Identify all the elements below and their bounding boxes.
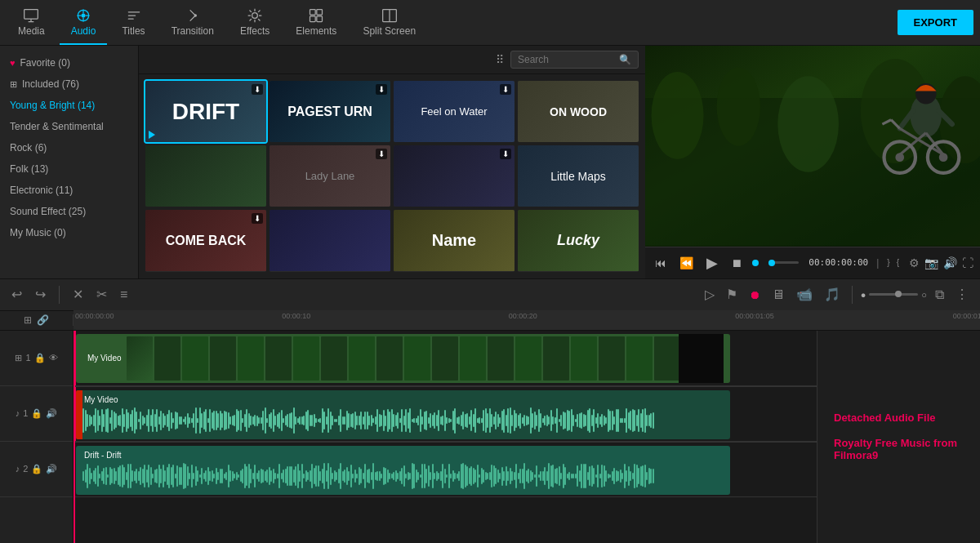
wave-bar xyxy=(617,471,619,481)
music-icon: ♪ xyxy=(16,408,20,418)
nav-audio[interactable]: Audio xyxy=(60,0,108,45)
audio-card-6[interactable]: Lady Lane ⬇ Lady Lane - The Pink E... xyxy=(270,145,390,207)
wave-bar xyxy=(95,468,96,484)
video-clip-main[interactable]: My Video xyxy=(76,334,730,383)
record-button[interactable]: ⏺ xyxy=(746,285,764,305)
wave-bar xyxy=(434,473,435,479)
volume-icon[interactable]: 🔊 xyxy=(943,256,957,269)
sidebar-electronic[interactable]: Electronic (11) xyxy=(0,180,138,201)
nav-media[interactable]: Media xyxy=(7,0,56,45)
wave-bar xyxy=(536,415,537,426)
nav-transition[interactable]: Transition xyxy=(160,0,225,45)
wave-bar xyxy=(323,412,325,429)
audio-card-2[interactable]: PAGEST URN ⬇ Drift - Pages Turn xyxy=(270,81,390,142)
audio-card-1[interactable]: DRIFT ⬇ Drift - Drift xyxy=(145,81,266,142)
timeline-content: ⊞ 1 🔒 👁 ♪ 1 🔒 🔊 ♪ 2 🔒 🔊 xyxy=(0,331,980,544)
fullscreen-icon[interactable]: ⛶ xyxy=(962,256,973,269)
sidebar-mymusic[interactable]: My Music (0) xyxy=(0,222,138,243)
nav-splitscreen[interactable]: Split Screen xyxy=(351,0,427,45)
undo-button[interactable]: ↩ xyxy=(8,283,25,305)
audio-card-12[interactable]: Lucky Lucky xyxy=(518,210,639,271)
audio-card-9[interactable]: COME BACK ⬇ Come Back xyxy=(145,210,266,271)
camera-icon[interactable]: 📷 xyxy=(924,256,938,269)
wave-bar xyxy=(515,413,517,429)
motion-button[interactable]: ▷ xyxy=(702,283,718,305)
wave-bar xyxy=(352,474,354,478)
wave-bar xyxy=(466,466,468,486)
wave-bar xyxy=(425,469,427,483)
wave-bar xyxy=(511,471,513,481)
wave-bar xyxy=(409,473,411,478)
step-back-button[interactable]: ⏪ xyxy=(676,255,697,271)
audio-card-8[interactable]: Little Maps Little Maps - Eddie xyxy=(518,145,639,207)
skip-back-button[interactable]: ⏮ xyxy=(652,255,670,271)
main-area: ♥ Favorite (0) ⊞ Included (76) Young & B… xyxy=(0,46,980,278)
play-button[interactable]: ▶ xyxy=(703,252,721,274)
lock-icon-a2[interactable]: 🔒 xyxy=(31,464,42,474)
add-track-button[interactable]: ⊞ xyxy=(24,314,32,326)
more-button[interactable]: ⋮ xyxy=(952,283,972,305)
top-nav: Media Audio Titles Transition Effects El… xyxy=(0,0,980,46)
wave-bar xyxy=(140,412,141,429)
wave-bar xyxy=(323,463,325,488)
lock-icon[interactable]: 🔒 xyxy=(34,353,46,363)
layout-toggle[interactable]: ⠿ xyxy=(496,53,504,66)
wave-bar xyxy=(193,473,194,479)
audio-card-10[interactable] xyxy=(270,210,390,271)
adjust-button[interactable]: ≡ xyxy=(117,284,131,305)
wave-bar xyxy=(336,472,337,481)
nav-titles[interactable]: Titles xyxy=(110,0,156,45)
sidebar-young-bright[interactable]: Young & Bright (14) xyxy=(0,95,138,116)
audio-clip-drift[interactable]: Drift - Drift xyxy=(76,446,730,495)
wave-bar xyxy=(327,463,329,488)
wave-bar xyxy=(319,471,321,482)
wave-bar xyxy=(364,412,366,429)
sidebar-folk[interactable]: Folk (13) xyxy=(0,158,138,180)
link-button[interactable]: 🔗 xyxy=(37,314,49,326)
camera-capture-button[interactable]: 📹 xyxy=(793,283,816,305)
settings-icon[interactable]: ⚙ xyxy=(909,256,920,269)
export-button[interactable]: EXPORT xyxy=(898,10,973,35)
stop-button[interactable]: ⏹ xyxy=(728,255,746,271)
volume-icon-a2[interactable]: 🔊 xyxy=(46,464,57,474)
wave-bar xyxy=(327,408,329,434)
content-panel: ⠿ 🔍 DRIFT ⬇ Drift - Drift PAGEST URN ⬇ D… xyxy=(139,46,645,278)
wave-bar xyxy=(221,469,223,483)
audio-clip-myvideo[interactable]: My Video xyxy=(76,390,730,439)
wave-bar xyxy=(621,418,623,424)
svg-point-28 xyxy=(939,153,948,162)
nav-effects[interactable]: Effects xyxy=(229,0,281,45)
eye-icon[interactable]: 👁 xyxy=(49,353,58,363)
wave-bar xyxy=(548,463,550,489)
svg-point-13 xyxy=(652,72,704,159)
nav-elements[interactable]: Elements xyxy=(284,0,348,45)
sidebar-included[interactable]: ⊞ Included (76) xyxy=(0,73,138,95)
audio-card-11[interactable]: Name Name xyxy=(394,210,514,271)
layout-button[interactable]: ⧉ xyxy=(932,284,947,305)
lock-icon-a1[interactable]: 🔒 xyxy=(31,408,42,419)
audio-button[interactable]: 🎵 xyxy=(821,283,844,305)
delete-button[interactable]: ✕ xyxy=(69,283,87,305)
audio-card-3[interactable]: Feel on Water ⬇ Feet On Water - Unexp... xyxy=(394,81,514,142)
wave-bar xyxy=(205,470,207,481)
wave-bar xyxy=(291,466,292,486)
wave-bar xyxy=(438,473,439,479)
audio-card-5[interactable]: Garret Bevins - Infinite ... xyxy=(145,145,266,207)
audio-card-4[interactable]: ON WOOD Feet on Wood - Whistl... xyxy=(518,81,639,142)
sidebar-favorite[interactable]: ♥ Favorite (0) xyxy=(0,52,138,73)
sidebar-rock[interactable]: Rock (6) xyxy=(0,137,138,158)
split-button[interactable]: ✂ xyxy=(93,283,110,305)
wave-bar xyxy=(609,474,611,478)
search-input[interactable] xyxy=(518,54,616,65)
sidebar-tender[interactable]: Tender & Sentimental xyxy=(0,116,138,137)
wave-bar xyxy=(185,416,186,425)
screen-record-button[interactable]: 🖥 xyxy=(768,284,788,305)
redo-button[interactable]: ↪ xyxy=(32,283,49,305)
sidebar-soundeffect[interactable]: Sound Effect (25) xyxy=(0,201,138,222)
wave-bar xyxy=(638,409,639,431)
timeline-area: ⊞ 🔗 00:00:00:00 00:00:10 00:00:20 00:00:… xyxy=(0,311,980,544)
volume-icon-a1[interactable]: 🔊 xyxy=(46,408,57,419)
audio-card-7[interactable]: ⬇ Lights on the Gold Shor... xyxy=(394,145,514,207)
wave-bar xyxy=(176,412,178,428)
flag-button[interactable]: ⚑ xyxy=(723,283,741,305)
